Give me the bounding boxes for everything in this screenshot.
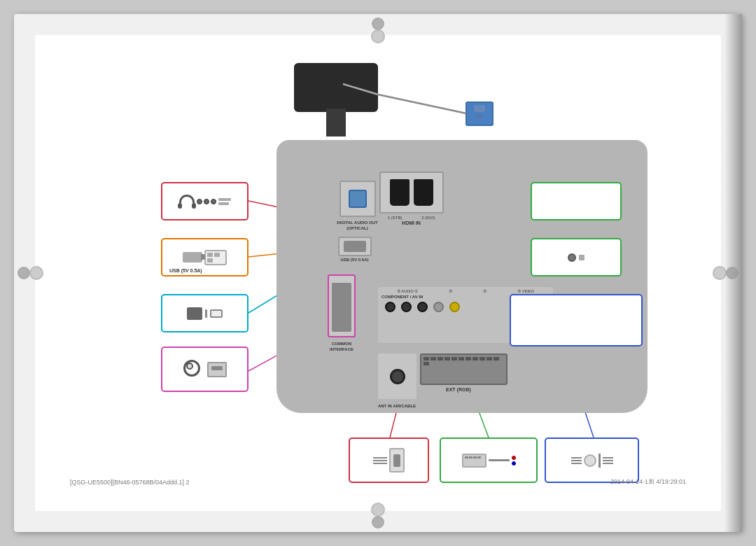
box-ant-cable xyxy=(349,438,429,483)
usb-panel-label: USB (5V 0.5A) xyxy=(332,258,377,263)
box-headphone xyxy=(161,182,248,220)
usb-panel-area xyxy=(338,237,372,256)
optical-port xyxy=(349,190,367,208)
hdmi-in-panel-area xyxy=(379,172,444,214)
left-edge-circle xyxy=(29,266,43,280)
tv-back-panel xyxy=(294,63,378,112)
digital-audio-label: DIGITAL AUDIO OUT (OPTICAL) xyxy=(331,220,384,232)
scart-label: EXT (RGB) xyxy=(446,387,471,392)
rca-jack-4 xyxy=(433,302,444,312)
box-rf-cable xyxy=(545,438,639,483)
hdmi-port-2 xyxy=(414,179,433,206)
page-background: 1 (STB) 2 (DVI) HDMI IN DIGITAL AUDIO OU… xyxy=(14,14,742,532)
page-footer: [QSG-UE5500][BN46-05768B/04Addd.1] 2 201… xyxy=(70,477,686,486)
box-rgb-cable xyxy=(440,438,538,483)
footer-right: 2014-04-14-1회 4/19:29:01 xyxy=(610,477,686,486)
box-usb-device: USB (5V 0.5A) xyxy=(161,238,248,276)
rca-jack-1 xyxy=(385,302,396,312)
ant-port-panel xyxy=(378,354,416,399)
svg-line-0 xyxy=(378,94,466,113)
ci-panel-slot xyxy=(328,274,356,337)
rca-jack-yellow xyxy=(449,302,460,312)
hdmi-port-1 xyxy=(390,179,410,206)
ci-panel-label: COMMON INTERFACE xyxy=(321,342,363,353)
pb-label: ⑤ xyxy=(483,289,486,293)
usb-label-text: USB (5V 0.5A) xyxy=(169,268,202,273)
ant-label: ANT IN AIR/CABLE xyxy=(375,404,419,410)
hdmi-2-label: 2 (DVI) xyxy=(421,216,435,220)
power-adapter-icon xyxy=(373,448,405,472)
hdmi-in-label: HDMI IN xyxy=(378,220,444,225)
audio-r-label: ⑤ xyxy=(449,289,452,293)
audio-l-label: ⑤ AUDIO ① xyxy=(397,289,418,293)
box-hdmi-device-bottom xyxy=(531,238,622,276)
usb-port-panel xyxy=(344,241,366,252)
box-hdmi-device-top xyxy=(531,182,622,220)
top-edge-circle xyxy=(371,29,385,43)
usb-hub-icon xyxy=(204,250,227,265)
usb-drive-icon xyxy=(183,252,202,262)
hdmi-port-labels: 1 (STB) 2 (DVI) HDMI IN xyxy=(378,216,444,225)
ci-card-icon xyxy=(207,362,227,377)
box-cable-card xyxy=(161,294,248,332)
scart-cable-icon xyxy=(462,454,516,468)
cable-port-icons xyxy=(187,307,223,320)
hdmi-device-icons xyxy=(568,253,584,262)
ci-slot-inner xyxy=(332,283,351,332)
headphone-icon xyxy=(179,195,195,209)
outer-top-circle xyxy=(372,18,384,30)
white-inner-page: 1 (STB) 2 (DVI) HDMI IN DIGITAL AUDIO OU… xyxy=(35,35,721,511)
bottom-edge-circle xyxy=(371,503,385,517)
rca-jack-3 xyxy=(417,302,428,312)
video-label: ⑤ VIDEO xyxy=(517,289,534,293)
ant-port-inner xyxy=(390,369,405,384)
box-satellite xyxy=(161,346,248,392)
diagram-area: 1 (STB) 2 (DVI) HDMI IN DIGITAL AUDIO OU… xyxy=(77,63,679,469)
wall-socket xyxy=(465,102,493,126)
audio-ports-icon xyxy=(197,199,216,204)
rca-jack-2 xyxy=(401,302,412,312)
outer-bottom-circle xyxy=(372,516,384,528)
satellite-dish-icon xyxy=(183,360,203,379)
hdmi-1-label: 1 (STB) xyxy=(388,216,402,220)
digital-audio-panel-area xyxy=(340,181,376,217)
box-component-device xyxy=(510,294,643,346)
scart-panel xyxy=(420,354,507,385)
right-shadow xyxy=(724,14,742,532)
connector-icons xyxy=(218,198,231,205)
footer-left: [QSG-UE5500][BN46-05768B/04Addd.1] 2 xyxy=(70,479,190,486)
outer-left-circle xyxy=(18,267,30,279)
tv-stand xyxy=(326,108,346,136)
rf-cable-icon xyxy=(571,454,613,468)
